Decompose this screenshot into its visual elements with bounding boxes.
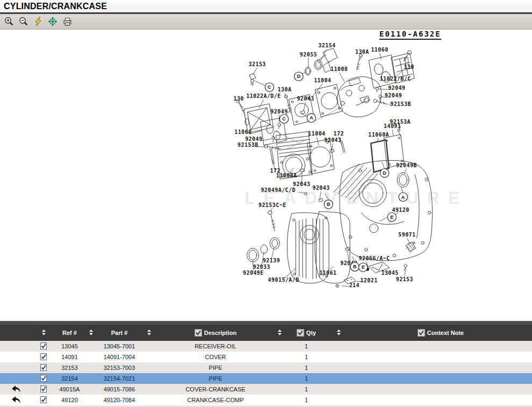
sort-toggle[interactable] (84, 325, 98, 341)
sort-icon[interactable] (278, 330, 282, 337)
part-description: CRANKCASE-COMP (157, 395, 274, 405)
part-number-label: 13045 (381, 270, 398, 276)
note-check-icon[interactable] (39, 352, 48, 361)
svg-text:D: D (383, 170, 386, 176)
description-column-header[interactable]: Description (157, 325, 274, 341)
part-number-label: 11004 (308, 131, 325, 137)
sort-toggle[interactable] (328, 325, 349, 341)
note-check-icon[interactable] (39, 341, 48, 350)
part-column-header[interactable]: Part # (98, 325, 141, 341)
part-number-label: 32154 (318, 42, 335, 48)
svg-text:A: A (310, 116, 313, 121)
part-description: COVER-CRANKCASE (157, 384, 274, 395)
context-note (349, 395, 532, 405)
diagram-code: E0110-A632E (379, 30, 441, 40)
part-number: 49120-7084 (98, 395, 141, 405)
table-row[interactable]: 14091 14091-7004 COVER 1 (0, 352, 532, 362)
part-number-label: 92139 (263, 258, 280, 263)
part-description: PIPE (157, 362, 274, 373)
sort-icon[interactable] (42, 330, 46, 337)
context-note (349, 362, 532, 373)
part-number-label: 11008 (330, 66, 348, 72)
context-note (349, 373, 532, 384)
ref-column-header[interactable]: Ref # (55, 325, 84, 341)
part-number-label: 92043 (312, 185, 329, 191)
table-row[interactable]: 32153 32153-7003 PIPE 1 (0, 362, 532, 373)
print-icon[interactable] (62, 16, 73, 27)
ref-number: 13045 (55, 341, 84, 352)
context-note-column-header[interactable]: Context Note (349, 325, 532, 341)
table-header-row: Ref # Part # Description Qty Context Not… (0, 325, 532, 341)
callout-circle-A: A (399, 192, 407, 201)
web-links-icon[interactable] (47, 16, 58, 27)
undo-arrow-icon[interactable] (10, 384, 22, 393)
part-number-label: 12021 (360, 277, 377, 283)
part-number-label: 92153B (238, 142, 258, 148)
part-qty: 1 (285, 352, 328, 362)
parts-catalog-page: CYLINDER/CRANKCASE LEADVENTURE (0, 0, 532, 407)
sort-icon[interactable] (89, 330, 93, 337)
part-number-label: 130A (355, 49, 369, 55)
lightning-hotspots-icon[interactable] (33, 16, 44, 27)
part-number: 14091-7004 (98, 352, 141, 362)
qty-column-header[interactable]: Qty (285, 325, 328, 341)
callout-circle-D: D (294, 72, 303, 81)
part-number-label: 92043 (293, 181, 310, 187)
svg-text:C: C (282, 116, 286, 122)
part-number-label: 92049 (270, 109, 287, 115)
undo-arrow-icon[interactable] (10, 395, 22, 404)
callout-circle-B: B (350, 262, 359, 271)
part-description: COVER (157, 352, 274, 362)
qty-checkbox[interactable] (297, 329, 304, 337)
part-number-label: 32153 (249, 61, 266, 67)
diagram-area[interactable]: LEADVENTURE (0, 30, 532, 321)
svg-text:A: A (401, 195, 405, 200)
zoom-in-icon[interactable] (4, 16, 15, 27)
note-check-icon[interactable] (39, 395, 48, 404)
note-check-icon[interactable] (39, 374, 48, 382)
part-qty: 1 (285, 384, 328, 395)
callout-circle-D: D (380, 169, 389, 177)
svg-text:E: E (362, 265, 365, 270)
page-title-bar: CYLINDER/CRANKCASE (0, 0, 532, 14)
part-number-label: 49015/A/B (268, 277, 299, 283)
note-check-icon[interactable] (39, 384, 48, 393)
part-number-label: 92049B (396, 162, 417, 168)
callout-circle-E: E (358, 263, 367, 272)
description-checkbox[interactable] (195, 329, 202, 337)
part-number-label: 11061 (319, 270, 336, 276)
part-number-label: 214 (349, 282, 360, 288)
ref-number: 49120 (55, 395, 84, 405)
part-number-label: 92049 (388, 85, 405, 91)
part-number-label: 59071 (398, 232, 415, 238)
sort-icon[interactable] (147, 330, 151, 337)
part-qty: 1 (285, 341, 328, 352)
exploded-parts-diagram: 321549205532153130A110601301100811004110… (0, 30, 532, 321)
undo-column-header (0, 325, 32, 341)
zoom-out-icon[interactable] (18, 16, 29, 27)
table-row[interactable]: 49015A 49015-7086 COVER-CRANKCASE 1 (0, 384, 532, 395)
note-check-icon[interactable] (39, 363, 48, 372)
part-number-label: 92153C~E (258, 202, 286, 208)
part-description: PIPE (157, 373, 274, 384)
parts-table: Ref # Part # Description Qty Context Not… (0, 325, 532, 407)
context-note-checkbox[interactable] (418, 329, 425, 337)
context-note (349, 352, 532, 362)
svg-text:E: E (390, 215, 393, 220)
part-number-label: 92153B (390, 101, 411, 107)
table-row[interactable]: 32154 32154-7021 PIPE 1 (0, 373, 532, 384)
sort-toggle[interactable] (274, 325, 285, 341)
svg-text:B: B (327, 202, 330, 207)
diagram-toolbar (0, 14, 532, 30)
sort-icon[interactable] (337, 330, 341, 337)
part-number-label: 11060 (371, 47, 388, 53)
part-number-label: 11008A (276, 173, 297, 178)
part-number-label: 92055 (300, 52, 317, 58)
sort-toggle[interactable] (32, 325, 55, 341)
ref-number: 32153 (55, 362, 84, 373)
part-number-label: 172 (334, 131, 344, 137)
table-row[interactable]: 49120 49120-7084 CRANKCASE-COMP 1 (0, 395, 532, 405)
part-number-label: 92043 (324, 137, 341, 143)
table-row[interactable]: 13045 13045-7001 RECEIVER-OIL 1 (0, 341, 532, 352)
sort-toggle[interactable] (141, 325, 157, 341)
